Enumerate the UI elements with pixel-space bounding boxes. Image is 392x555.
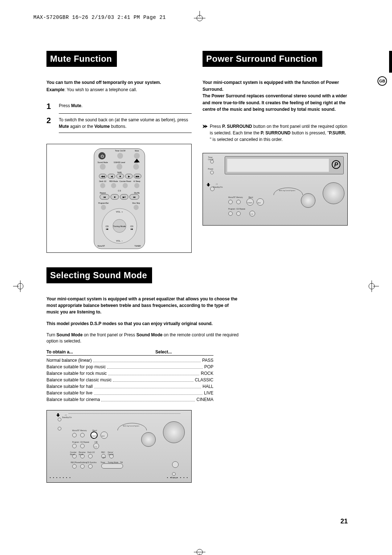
eq-label: Balance suitable for hall: [46, 383, 93, 390]
divider: [59, 113, 192, 114]
page-number: 21: [340, 518, 348, 525]
svg-point-15: [117, 153, 123, 159]
svg-point-20: [117, 164, 122, 170]
svg-text:Tuning Mode: Tuning Mode: [113, 225, 126, 227]
svg-text:C D: C D: [118, 190, 121, 192]
eq-row: Balance suitable for classic musicCLASSI…: [46, 377, 213, 383]
eq-row: Balance suitable for pop musicPOP: [46, 364, 213, 370]
svg-text:AUX: AUX: [134, 161, 138, 163]
remote-svg: ⏻ Timer On/Off Mute Sound Mode S.BASS Le…: [90, 148, 148, 250]
gb-badge: GB: [377, 76, 387, 86]
step-1: 1 Press Mute.: [46, 100, 192, 113]
eq-row: Balance suitable for cinemaCINEMA: [46, 396, 213, 403]
t: P. SURROUND: [261, 130, 290, 135]
edge-tab: [389, 51, 392, 73]
svg-text:Mute: Mute: [135, 150, 139, 152]
page-header: MAX-S720GBR 16~26 2/19/03 2:41 PM Page 2…: [33, 15, 166, 20]
t: Volume: [94, 124, 110, 129]
eq-label: Balance suitable for classic music: [46, 377, 111, 383]
sound-heading: Selecting Sound Mode: [46, 267, 152, 283]
dots: [94, 383, 201, 388]
t: button is pressed, ": [291, 130, 329, 135]
t: P. SURROUND: [222, 124, 252, 129]
step-2: 2 To switch the sound back on (at the sa…: [46, 114, 192, 132]
step-number: 2: [46, 117, 59, 125]
svg-point-41: [111, 183, 116, 188]
crop-mark-top: [192, 11, 207, 25]
svg-text:REV.Mode: REV.Mode: [109, 180, 118, 182]
divider: [59, 133, 192, 133]
svg-text:Program/Set: Program/Set: [98, 202, 109, 204]
svg-text:■: ■: [119, 175, 121, 178]
t: " is selected or cancelled in this order…: [210, 137, 283, 142]
svg-point-19: [100, 164, 106, 170]
eq-label: Balance suitable for live: [46, 390, 93, 396]
svg-point-42: [123, 183, 128, 188]
svg-text:CD: CD: [106, 225, 109, 227]
t: buttons.: [110, 124, 127, 129]
th-select: Select...: [155, 349, 172, 355]
svg-point-40: [100, 183, 105, 188]
t: Press: [210, 124, 222, 129]
eq-label: Balance suitable for cinema: [46, 396, 100, 403]
eq-row: Balance suitable for liveLIVE: [46, 390, 213, 396]
surround-intro: Your mini-compact system is equipped wit…: [203, 79, 348, 113]
remote-illustration: ⏻ Timer On/Off Mute Sound Mode S.BASS Le…: [46, 144, 192, 253]
mute-example: Example: You wish to answer a telephone …: [46, 87, 192, 92]
crop-mark-left: [13, 279, 28, 293]
svg-text:VOL. –: VOL. –: [116, 240, 123, 242]
svg-text:Disc Skip: Disc Skip: [132, 202, 140, 204]
svg-text:▶▶: ▶▶: [136, 175, 140, 178]
svg-text:CD: CD: [130, 225, 134, 227]
svg-text:⏻: ⏻: [101, 154, 104, 158]
svg-text:Repeat: Repeat: [100, 192, 106, 194]
eq-value: HALL: [203, 383, 213, 390]
svg-text:⏭: ⏭: [131, 228, 133, 230]
svg-point-58: [134, 205, 139, 210]
sound-mode-table: To obtain a... Select... Normal balance …: [46, 349, 213, 403]
svg-text:Counter Reset: Counter Reset: [119, 180, 131, 182]
dots: [101, 396, 195, 401]
step-number: 1: [46, 102, 59, 110]
surround-step: Press P. SURROUND button on the front pa…: [203, 123, 348, 143]
th-obtain: To obtain a...: [46, 349, 155, 355]
t: P.SURR.: [329, 130, 346, 135]
mute-heading: Mute Function: [46, 51, 117, 67]
svg-text:▶II: ▶II: [123, 196, 126, 198]
arrow-icon: [203, 123, 210, 143]
dots: [93, 357, 201, 362]
t: on the front panel or Press: [83, 332, 136, 337]
svg-text:⏮: ⏮: [106, 228, 109, 230]
front-panel-illustration-2: • • • • • • • • • • • • • • Mono/ST Memo…: [46, 410, 192, 483]
t: Sound Mode: [57, 332, 83, 337]
crop-mark-right: [364, 279, 379, 293]
eq-value: CINEMA: [196, 396, 213, 403]
svg-text:S.BASS Level: S.BASS Level: [114, 161, 125, 163]
example-text: : You wish to answer a telephone call.: [64, 87, 137, 92]
t: .: [81, 103, 82, 108]
svg-text:TUNER: TUNER: [134, 245, 141, 247]
svg-text:Deck 1/2: Deck 1/2: [99, 180, 106, 182]
sound-intro1: Your mini-compact system is equipped wit…: [46, 296, 242, 315]
eq-value: PASS: [202, 357, 213, 364]
svg-text:⏮: ⏮: [103, 196, 106, 198]
eq-row: Balance suitable for hallHALL: [46, 383, 213, 390]
t: Sound Mode: [136, 332, 163, 337]
t: Mute: [59, 124, 69, 129]
svg-point-43: [134, 183, 139, 188]
sound-intro2: This model provides D.S.P modes so that …: [46, 320, 242, 327]
svg-point-57: [101, 205, 106, 210]
svg-text:Mono/ST: Mono/ST: [98, 245, 105, 247]
svg-text:Shuffle: Shuffle: [134, 192, 140, 194]
eq-label: Balance suitable for rock music: [46, 370, 107, 377]
eq-value: LIVE: [204, 390, 213, 396]
sound-instruction: Turn Sound Mode on the front panel or Pr…: [46, 332, 242, 344]
t: Press: [59, 103, 71, 108]
svg-point-21: [133, 164, 139, 170]
eq-value: POP: [204, 364, 213, 370]
svg-text:AI Sleep: AI Sleep: [134, 180, 140, 182]
t: Turn: [46, 332, 57, 337]
crop-mark-bottom: [192, 545, 207, 555]
svg-text:TAPE: TAPE: [117, 171, 122, 174]
svg-text:Sound Mode: Sound Mode: [98, 161, 108, 163]
